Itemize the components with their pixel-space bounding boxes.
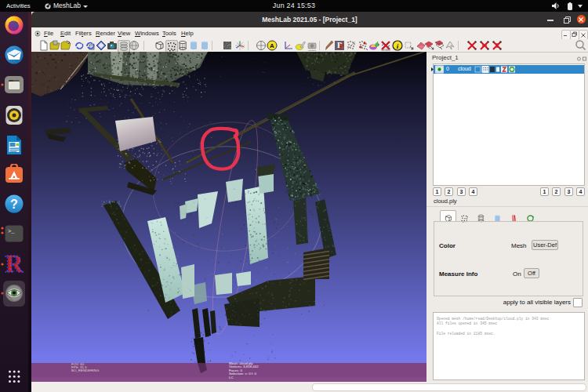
svg-text:GEOMED: GEOMED (381, 49, 390, 51)
svg-text:P: P (339, 42, 344, 51)
svg-text:>_: >_ (8, 228, 15, 234)
svg-text:?: ? (10, 198, 18, 211)
svg-text:LC: LC (229, 376, 234, 379)
svg-text:BO_RENDERING: BO_RENDERING (71, 368, 100, 372)
svg-text:snapshot: snapshot (308, 49, 316, 52)
svg-text:R: R (5, 252, 24, 276)
svg-text:A: A (270, 42, 274, 49)
